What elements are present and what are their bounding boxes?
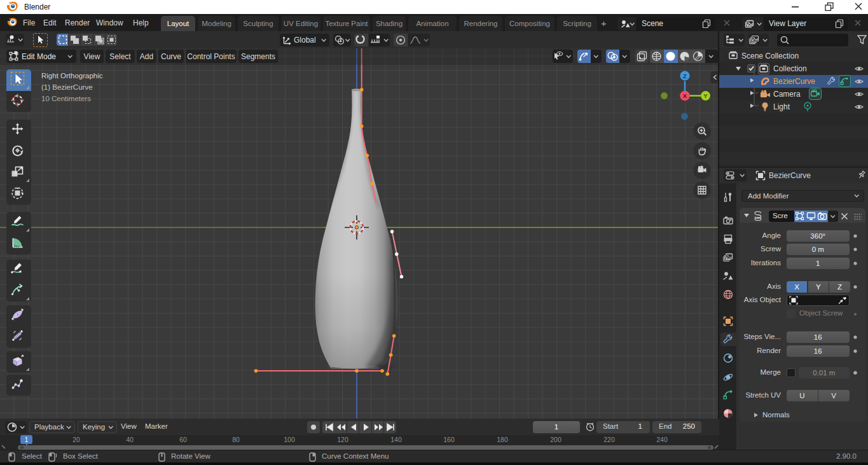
svg-text:X: X xyxy=(683,92,687,99)
svg-text:180: 180 xyxy=(497,436,508,443)
svg-text:40: 40 xyxy=(126,436,134,443)
svg-text:Y: Y xyxy=(703,92,708,99)
svg-text:60: 60 xyxy=(179,436,187,443)
svg-text:80: 80 xyxy=(232,436,240,443)
svg-text:120: 120 xyxy=(337,436,348,443)
svg-text:100: 100 xyxy=(284,436,295,443)
svg-text:Global: Global xyxy=(294,36,316,45)
svg-text:240: 240 xyxy=(656,436,668,443)
svg-text:200: 200 xyxy=(550,436,561,443)
svg-text:20: 20 xyxy=(72,436,80,443)
svg-text:160: 160 xyxy=(443,436,455,443)
svg-text:220: 220 xyxy=(603,436,615,443)
svg-text:Z: Z xyxy=(683,73,687,80)
svg-text:140: 140 xyxy=(390,436,402,443)
